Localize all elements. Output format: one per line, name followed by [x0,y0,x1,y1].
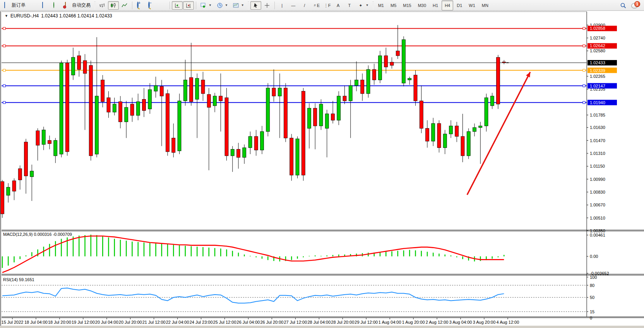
level-handle[interactable] [583,27,585,29]
timeframe-button-d1[interactable]: D1 [454,0,465,10]
candle[interactable] [254,136,258,150]
candle[interactable] [65,63,69,152]
candle[interactable] [308,108,311,128]
timeframe-button-m5[interactable]: M5 [387,0,399,10]
candle[interactable] [101,80,104,101]
candle[interactable] [89,65,92,156]
candle[interactable] [402,39,406,83]
candle[interactable] [42,130,45,145]
level-handle[interactable] [583,101,585,104]
timeframe-button-m1[interactable]: M1 [375,0,387,10]
level-handle[interactable] [3,45,5,47]
candle[interactable] [54,141,57,156]
timeframe-button-h4[interactable]: H4 [442,0,453,10]
candle[interactable] [443,134,447,148]
candle[interactable] [231,149,234,156]
timeframe-button-w1[interactable]: W1 [466,0,478,10]
candle[interactable] [266,88,270,132]
candle[interactable] [290,138,293,175]
candle[interactable] [18,169,22,180]
candle[interactable] [142,99,146,110]
level-handle[interactable] [583,85,585,87]
candle[interactable] [379,56,382,80]
candle[interactable] [301,91,305,175]
candle[interactable] [473,127,476,131]
level-handle[interactable] [3,69,5,72]
equidistant-channel-button[interactable]: 〃E [310,1,321,10]
tile-windows-button[interactable] [157,1,168,10]
candle[interactable] [172,138,175,153]
candle[interactable] [154,86,158,91]
candle[interactable] [426,128,429,141]
arrows-button[interactable]: ✦▼ [355,1,371,10]
autotrading-button[interactable]: 自动交易 [62,1,93,10]
candle[interactable] [30,171,34,177]
level-handle[interactable] [583,69,585,72]
chart-shift-button[interactable] [183,1,194,10]
candle[interactable] [183,80,187,101]
timeframe-button-m30[interactable]: M30 [415,0,429,10]
candle[interactable] [337,96,341,120]
candle[interactable] [372,69,376,80]
timeframe-button-h1[interactable]: H1 [430,0,441,10]
candle[interactable] [36,131,39,146]
indicators-button[interactable]: ▼ [198,1,214,10]
candle[interactable] [160,86,163,96]
candle[interactable] [467,132,470,156]
symbol-dropdown-icon[interactable]: ▼ [5,14,8,18]
cursor-button[interactable] [250,1,261,10]
level-handle[interactable] [3,85,5,87]
candle[interactable] [260,132,264,150]
candle[interactable] [190,77,193,102]
candle[interactable] [119,102,122,122]
candle[interactable] [502,62,506,63]
level-handle[interactable] [3,101,5,104]
templates-button[interactable]: ▼ [231,1,247,10]
candle[interactable] [325,114,329,129]
candle[interactable] [243,148,246,157]
candle[interactable] [48,141,51,144]
horizontal-line-button[interactable]: — [288,1,299,10]
level-handle[interactable] [3,27,5,29]
notifications-button[interactable]: 1 [629,1,640,10]
candle[interactable] [1,182,4,214]
timeframe-button-mn[interactable]: MN [479,0,492,10]
candle[interactable] [248,136,252,148]
candle[interactable] [7,187,10,195]
candle[interactable] [95,96,99,154]
periods-button[interactable]: ▼ [214,1,230,10]
candle[interactable] [296,139,299,175]
text-label-button[interactable]: T [344,1,355,10]
candle[interactable] [113,104,116,112]
candle[interactable] [195,78,199,99]
candle[interactable] [225,98,228,156]
candle[interactable] [136,102,140,115]
candle[interactable] [349,86,352,101]
candle[interactable] [313,108,317,126]
data-window-button[interactable] [39,1,50,10]
crosshair-button[interactable] [262,1,272,10]
candle[interactable] [125,107,128,122]
candle[interactable] [408,78,411,80]
candle[interactable] [384,56,388,67]
auto-scroll-button[interactable] [172,1,183,10]
candlestick-chart-button[interactable] [108,1,119,10]
candle[interactable] [414,75,417,101]
market-watch-button[interactable] [28,1,39,10]
candle[interactable] [284,88,288,138]
candle[interactable] [219,96,223,101]
candle[interactable] [201,80,205,93]
zoom-out-button[interactable]: − [146,1,156,10]
timeframe-button-m15[interactable]: M15 [400,0,414,10]
candle[interactable] [178,101,181,151]
chart-canvas[interactable]: 1.029001.027401.025801.022651.021051.017… [0,0,644,328]
candle[interactable] [77,56,81,69]
zoom-in-button[interactable]: + [134,1,145,10]
candle[interactable] [166,94,170,152]
line-chart-button[interactable] [119,1,130,10]
candle[interactable] [207,94,211,107]
sound-button[interactable] [51,1,62,10]
search-button[interactable] [618,1,629,10]
candle[interactable] [213,96,217,106]
candle[interactable] [331,114,335,120]
